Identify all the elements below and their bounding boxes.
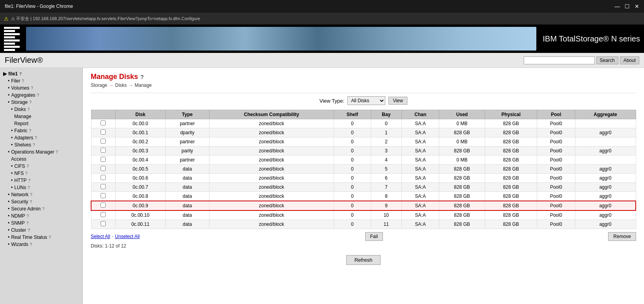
sidebar-item-cifs[interactable]: • CIFS ? [0,163,82,170]
sidebar-item-secure-admin[interactable]: • Secure Admin ? [0,205,82,212]
storage-help-icon[interactable]: ? [29,100,32,105]
sidebar-item-filer[interactable]: • Filer ? [0,77,82,84]
sidebar-item-access[interactable]: Access [0,156,82,163]
search-input[interactable] [524,56,595,64]
sidebar-item-security[interactable]: • Security ? [0,198,82,205]
snmp-help-icon[interactable]: ? [26,221,29,225]
cluster-help-icon[interactable]: ? [28,228,30,233]
rts-help-icon[interactable]: ? [49,235,51,240]
view-type-label: View Type: [319,98,344,104]
sidebar-item-storage[interactable]: • Storage ? [0,99,82,106]
view-type-select[interactable]: All Disks Active Disks Spare Disks Faile… [347,96,385,105]
sidebar-item-manage[interactable]: Manage [0,113,82,120]
row-shelf: 0 [334,119,371,128]
row-checkbox[interactable] [91,220,115,229]
nfs-help-icon[interactable]: ? [25,171,28,176]
select-all-link[interactable]: Select All [91,234,110,239]
sidebar-item-fabric[interactable]: • Fabric ? [0,127,82,134]
shelves-help-icon[interactable]: ? [33,143,35,147]
volumes-help-icon[interactable]: ? [31,86,33,90]
luns-help-icon[interactable]: ? [28,186,30,190]
sidebar-label-wizards: Wizards [11,242,28,247]
disks-help-icon[interactable]: ? [28,107,30,112]
row-checkbox[interactable] [91,210,115,220]
about-button[interactable]: About [620,56,639,64]
row-pool: Pool0 [537,220,575,229]
sidebar-item-snmp[interactable]: • SNMP ? [0,220,82,227]
adapters-help-icon[interactable]: ? [35,136,37,140]
fabric-help-icon[interactable]: ? [29,129,32,133]
row-checkbox[interactable] [91,174,115,183]
sidebar-item-disks[interactable]: • Disks ? [0,106,82,113]
row-type: data [165,192,209,201]
header-row: FilerView® Search About [0,53,644,68]
sidebar-item-luns[interactable]: • LUNs ? [0,184,82,191]
ops-help-icon[interactable]: ? [56,150,58,154]
wizards-help-icon[interactable]: ? [30,242,32,247]
row-checkbox[interactable] [91,137,115,146]
row-checkbox[interactable] [91,119,115,128]
sidebar-item-http[interactable]: • HTTP ? [0,177,82,184]
sidebar-label-report: Report [14,121,28,126]
maximize-button[interactable]: ☐ [625,3,630,9]
row-disk: 0c.00.6 [115,174,165,183]
sidebar-item-nfs[interactable]: • NFS ? [0,170,82,177]
sidebar-item-operations-manager[interactable]: • Operations Manager ? [0,148,82,156]
sidebar-item-adapters[interactable]: • Adapters ? [0,134,82,141]
unselect-all-link[interactable]: Unselect All [115,234,140,239]
rts-bullet: • [8,235,9,240]
row-aggregate: aggr0 [575,183,636,192]
sidebar-item-shelves[interactable]: • Shelves ? [0,141,82,148]
ndmp-help-icon[interactable]: ? [27,214,29,218]
aggregates-bullet: • [8,92,9,98]
row-bay: 9 [371,201,402,210]
sidebar-item-cluster[interactable]: • Cluster ? [0,227,82,234]
search-button[interactable]: Search [596,56,618,64]
row-pool: Pool0 [537,128,575,137]
secure-admin-help-icon[interactable]: ? [42,207,45,211]
sidebar-label-adapters: Adapters [14,135,33,141]
window-controls[interactable]: — ☐ ✕ [614,3,639,9]
select-separator: - [112,234,113,239]
row-checkbox[interactable] [91,183,115,192]
sidebar-item-aggregates[interactable]: • Aggregates ? [0,92,82,99]
sidebar-item-report[interactable]: Report [0,120,82,127]
filer-help-icon[interactable]: ? [22,79,24,83]
sidebar-label-cifs: CIFS [14,163,25,169]
row-checkbox[interactable] [91,192,115,201]
row-type: partner [165,156,209,165]
sidebar-item-network[interactable]: • Network ? [0,191,82,198]
sidebar-item-volumes[interactable]: • Volumes ? [0,84,82,92]
sidebar-label-fabric: Fabric [14,128,27,133]
row-chan: SA:A [402,210,439,220]
sidebar-item-ndmp[interactable]: • NDMP ? [0,212,82,220]
refresh-button[interactable]: Refresh [346,255,381,265]
row-checkbox[interactable] [91,165,115,174]
row-chan: SA:A [402,174,439,183]
view-button[interactable]: View [388,97,407,105]
sidebar-item-real-time-status[interactable]: • Real Time Status ? [0,234,82,241]
table-row: 0c.00.7datazoned/block07SA:A828 GB828 GB… [91,183,636,192]
fail-button[interactable]: Fail [365,232,383,241]
row-checkbox[interactable] [91,146,115,156]
sidebar-item-wizards[interactable]: • Wizards ? [0,241,82,248]
row-shelf: 0 [334,165,371,174]
close-button[interactable]: ✕ [635,3,639,9]
http-help-icon[interactable]: ? [28,178,31,183]
url-text[interactable]: ⚠ 不安全 | 192.168.168.207/servlets/netapp.… [11,16,200,22]
cifs-help-icon[interactable]: ? [27,164,29,169]
row-type: dparity [165,128,209,137]
remove-button[interactable]: Remove [608,232,636,241]
row-checkbox[interactable] [91,201,115,210]
aggregates-help-icon[interactable]: ? [37,93,39,98]
security-help-icon[interactable]: ? [30,200,32,204]
file1-help-icon[interactable]: ? [19,72,22,76]
page-help-icon[interactable]: ? [140,74,144,80]
network-help-icon[interactable]: ? [30,193,32,197]
minimize-button[interactable]: — [614,3,620,9]
row-checkbox[interactable] [91,156,115,165]
sidebar-item-file1[interactable]: ▶ file1 ? [0,70,82,77]
row-checkbox[interactable] [91,128,115,137]
filer-view-title: FilerView® [5,56,524,65]
row-shelf: 0 [334,192,371,201]
